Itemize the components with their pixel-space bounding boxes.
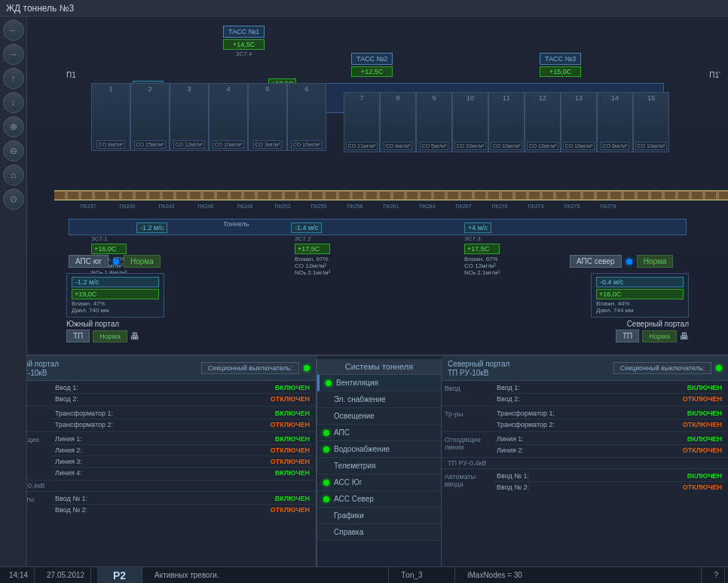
- north-tp-icon: 🖶: [680, 331, 689, 342]
- north-vvod-label: Ввод: [445, 382, 494, 404]
- sys-water[interactable]: Водоснабжение: [317, 441, 441, 458]
- zone-zs73-data: ЗС7.3 +17,5С Влажн. 67% CO 12мг/м³ NO₂ 2…: [464, 235, 500, 276]
- sys-ventilation[interactable]: Вентиляция: [317, 375, 441, 391]
- nav-btn-zoom-in[interactable]: ⊕: [3, 116, 24, 137]
- south-vvod-2-row: Ввод 2: ОТКЛЮЧЕН: [52, 394, 313, 404]
- nav-btn-1[interactable]: ←: [3, 20, 24, 41]
- sys-help[interactable]: Справка: [317, 524, 441, 541]
- seg-11: 11 CO 10мг/м³: [488, 92, 525, 152]
- status-location: Тon_3: [395, 567, 455, 583]
- seg-5-co: CO 3мг/м³: [253, 140, 283, 149]
- south-avt-row: Автоматы ввода Ввод № 1: ВКЛЮЧЕН Ввод № …: [0, 492, 316, 517]
- aps-north-norma: Норма: [637, 255, 674, 268]
- north-substation-panel: Северный портал ТП РУ-10кВ Секционный вы…: [442, 356, 728, 581]
- south-tr-2-name: Трансформатор 2:: [55, 421, 113, 428]
- sys-lighting[interactable]: Освещение: [317, 408, 441, 425]
- south-line-1-status: ВКЛЮЧЕН: [257, 435, 310, 443]
- pk-267: ПК267: [445, 204, 482, 209]
- pk-278: ПК278: [590, 204, 626, 209]
- wind-middle4-value: +4 м/с: [464, 222, 491, 233]
- north-vvod-1-name: Ввод 1:: [497, 384, 520, 391]
- south-tp-icon: 🖶: [130, 331, 139, 342]
- zone-zs73-co: CO 12мг/м³: [464, 262, 500, 269]
- north-sv-row: Секционный выключатель:: [613, 362, 722, 374]
- north-vvod-row: Ввод Ввод 1: ВКЛЮЧЕН Ввод 2: ОТКЛЮЧЕН: [442, 381, 728, 407]
- zone-zs72-temp: +17,5С: [295, 244, 330, 254]
- seg-4-co: CO 10мг/м³: [213, 140, 245, 149]
- nav-btn-zoom-out[interactable]: ⊖: [3, 140, 24, 161]
- south-line-1-name: Линия 1:: [55, 435, 82, 443]
- nav-btn-4[interactable]: ↓: [3, 92, 24, 113]
- nav-btn-home[interactable]: ⌂: [3, 164, 24, 186]
- seg-7-co: CO 11мг/м³: [346, 142, 378, 150]
- south-line-3-row: Линия 3: ОТКЛЮЧЕН: [52, 456, 313, 468]
- south-vvod-1-status: ВКЛЮЧЕН: [257, 384, 310, 391]
- time-display: 14:14: [9, 571, 28, 579]
- seg-7: 7 CO 11мг/м³: [344, 92, 380, 152]
- seg-5-num: 5: [265, 85, 269, 93]
- sys-el-supply[interactable]: Эл. снабжение: [317, 391, 441, 408]
- sys-aps[interactable]: АПС: [317, 425, 441, 441]
- sys-ass-north[interactable]: АСС Север: [317, 491, 441, 508]
- south-line-3-status: ОТКЛЮЧЕН: [257, 458, 310, 465]
- zone-zs73-id: ЗС7.3: [464, 235, 500, 242]
- south-tr-2-status: ОТКЛЮЧЕН: [257, 421, 310, 428]
- sys-telemetry[interactable]: Телеметрия: [317, 458, 441, 474]
- seg-10-co: CO 10мг/м³: [454, 142, 487, 150]
- north-avt-rows: Ввод № 1: ВКЛЮЧЕН Ввод № 2: ОТКЛЮЧЕН: [494, 471, 725, 492]
- north-sv-label: Секционный выключатель:: [613, 362, 711, 374]
- zone-zs72-id: ЗС7.2: [295, 235, 330, 242]
- pk-markers: ПК237 ПК240 ПК243 ПК246 ПК249 ПК252 ПК25…: [69, 204, 626, 209]
- pk-264: ПК264: [409, 204, 445, 209]
- north-lines-label: Отходящиелинии: [445, 434, 494, 456]
- sys-ass-south[interactable]: АСС Юг: [317, 474, 441, 491]
- seg-13-co: CO 10мг/м³: [563, 142, 595, 150]
- south-temp: +19,0С: [72, 289, 159, 299]
- north-trry-rows: Трансформатор 1: ВКЛЮЧЕН Трансформатор 2…: [494, 408, 725, 430]
- zone-zs72-data: ЗС7.2 +17,5С Влажн. 67% CO 12мг/м³ NO₂ 2…: [295, 235, 330, 276]
- title-bar: ЖД тоннель №3: [0, 0, 728, 17]
- seg-9: 9 CO 5мг/м³: [416, 92, 452, 152]
- date-display: 27.05.2012: [47, 571, 84, 579]
- sys-tele-label: Телеметрия: [334, 462, 375, 470]
- south-portal-label: Южный портал: [66, 320, 164, 328]
- north-portal-box: -0.4 м/с +16,0С Влажн. 44% Давл. 744 мм …: [591, 273, 689, 342]
- seg-15-num: 15: [647, 94, 655, 102]
- south-tp04-label: ТП РУ-0,4кВ: [0, 480, 316, 492]
- zone-zs73-temp: +17,5С: [464, 244, 500, 254]
- aps-north-dot: [626, 259, 632, 265]
- sys-graphs[interactable]: Графики: [317, 508, 441, 524]
- south-lines-row: Отходящиелинии Линия 1: ВКЛЮЧЕН Линия 2:…: [0, 432, 316, 480]
- north-press: Давл. 744 мм: [596, 307, 684, 314]
- north-wind: -0.4 м/с: [596, 277, 684, 287]
- seg-8: 8 CO 4мг/м³: [380, 92, 416, 152]
- north-sub-title: Северный портал ТП РУ-10кВ: [448, 359, 509, 377]
- track-ties: [54, 190, 728, 201]
- seg-1-num: 1: [109, 85, 112, 93]
- seg-8-co: CO 4мг/м³: [384, 142, 413, 150]
- sys-vent-dot: [326, 380, 332, 386]
- north-tr-1-row: Трансформатор 1: ВКЛЮЧЕН: [494, 408, 725, 419]
- window-title: ЖД тоннель №3: [6, 3, 74, 14]
- seg-2-num: 2: [148, 85, 151, 93]
- south-tp-row: ТП Норма 🖶: [66, 330, 164, 342]
- nav-btn-2[interactable]: →: [3, 44, 24, 65]
- north-tp-label: ТП: [616, 330, 639, 342]
- north-tr-2-row: Трансформатор 2: ОТКЛЮЧЕН: [494, 419, 725, 430]
- south-sv-label: Секционный выключатель:: [201, 362, 299, 374]
- pk-273: ПК273: [518, 204, 554, 209]
- pk-252: ПК252: [265, 204, 301, 209]
- north-lines-row: Отходящиелинии Линия 1: ВКЛЮЧЕН Линия 2:…: [442, 432, 728, 458]
- location-display: Тon_3: [401, 571, 422, 579]
- help-display: ?: [714, 571, 718, 579]
- railway-track: [54, 190, 728, 202]
- nav-btn-center[interactable]: ⊙: [3, 189, 24, 210]
- seg-2: 2 CO 15мг/м³: [130, 83, 170, 151]
- pk-255: ПК255: [301, 204, 337, 209]
- north-tp-row: ТП Норма 🖶: [591, 330, 689, 342]
- status-help[interactable]: ?: [708, 567, 725, 583]
- seg-10-num: 10: [466, 94, 474, 102]
- sys-ass-north-label: АСС Север: [334, 495, 374, 503]
- south-line-2-row: Линия 2: ОТКЛЮЧЕН: [52, 445, 313, 456]
- nav-btn-3[interactable]: ↑: [3, 68, 24, 89]
